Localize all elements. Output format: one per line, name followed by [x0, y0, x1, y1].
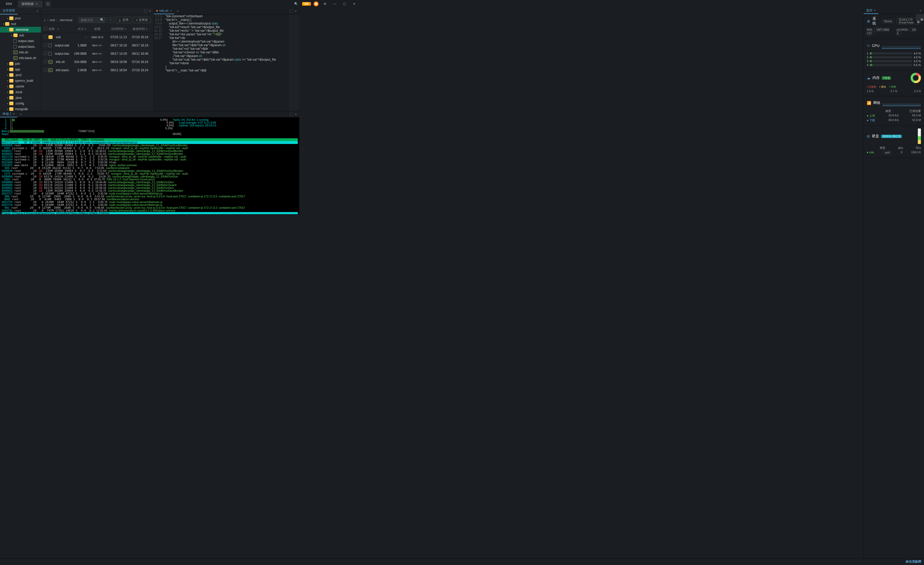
close-icon[interactable]: × — [295, 9, 297, 13]
editor-panel: info.sh × + ⛶ × 1 2 3 4 5 6 7 8 9 10 11 … — [154, 8, 299, 111]
table-row[interactable]: output.bas 199.0BiBrw-r--r-- 08/17 14:29… — [41, 50, 153, 58]
editor-minimap[interactable] — [289, 15, 299, 111]
file-listing-panel: ⛶ × ⌂/ root/ .xterminal 🔍 ♡ ⭳文件 +文件夹 名称⇅… — [41, 8, 154, 111]
favorite-button[interactable]: ♡ — [107, 17, 114, 23]
breadcrumb: ⌂/ root/ .xterminal 🔍 ♡ ⭳文件 +文件夹 — [41, 15, 153, 25]
tree-item[interactable]: ▸.java — [0, 95, 41, 101]
close-window-icon[interactable]: ✕ — [351, 0, 358, 8]
upload-icon: ⭳ — [118, 18, 122, 22]
breadcrumb-item[interactable]: root — [50, 18, 55, 22]
new-folder-button[interactable]: +文件夹 — [133, 17, 151, 23]
close-icon[interactable]: × — [170, 9, 172, 13]
tree-item[interactable]: output.stats — [0, 38, 41, 44]
select-all-checkbox[interactable] — [44, 27, 47, 30]
close-icon[interactable]: × — [13, 112, 15, 116]
tree-item[interactable]: ▸opencv_build — [0, 78, 41, 84]
row-checkbox[interactable] — [44, 44, 47, 47]
expand-icon[interactable]: ⛶ — [144, 9, 147, 13]
tree-item[interactable]: ▸mongodb — [0, 106, 41, 111]
gear-icon[interactable]: ⚙ — [321, 0, 328, 8]
upload-file-button[interactable]: ⭳文件 — [116, 17, 132, 23]
breadcrumb-item[interactable]: .xterminal — [59, 18, 72, 22]
tree-item[interactable]: ▸.pm2 — [0, 72, 41, 78]
row-checkbox[interactable] — [44, 68, 47, 71]
tree-item[interactable]: ▾root — [0, 21, 41, 27]
tree-item[interactable]: output.basic. — [0, 44, 41, 50]
tree-item[interactable]: info.basic.sh — [0, 55, 41, 61]
tree-item[interactable]: ▸.local — [0, 89, 41, 95]
modified-dot-icon — [156, 10, 158, 12]
file-tree-sidebar: 文件管理 + ▸proc▾root▾.xterminal▸suboutput.s… — [0, 8, 41, 111]
editor-code[interactable]: "tok-comment">#!/bin/bash "tok-fn">__mai… — [164, 15, 289, 111]
table-row[interactable]: info.basic. 2.0KiBrw-r--r-- 08/11 16:540… — [41, 66, 153, 74]
close-icon[interactable]: × — [295, 113, 297, 116]
ssh-label: SSH — [2, 1, 17, 7]
sidebar-tab-files[interactable]: 文件管理 — [0, 8, 18, 15]
row-checkbox[interactable] — [44, 35, 47, 38]
vip-badge[interactable]: VIP — [302, 2, 311, 6]
editor-add-tab[interactable]: + — [174, 9, 181, 13]
terminal-add-tab[interactable]: + — [17, 113, 24, 116]
expand-icon[interactable]: ⛶ — [290, 9, 293, 13]
tree-item[interactable]: ▸pan — [0, 61, 41, 66]
tree-item[interactable]: ▸.config — [0, 101, 41, 106]
close-icon[interactable]: × — [36, 2, 38, 6]
title-bar: SSH 深圳转发 × + 🔍 VIP ⚙ ― ▢ ✕ — [0, 0, 360, 8]
avatar[interactable] — [314, 1, 319, 6]
terminal-output[interactable]: 1 [|||||| 5.9%] Tasks: 64, 253 thr; 1 ru… — [0, 117, 299, 214]
row-checkbox[interactable] — [44, 60, 47, 63]
home-icon[interactable]: ⌂ — [44, 18, 46, 22]
table-row[interactable]: info.sh 334.0BiBrw-r--r-- 08/16 16:5607/… — [41, 58, 153, 66]
plus-icon: + — [136, 18, 138, 22]
expand-icon[interactable]: ⛶ — [290, 113, 293, 116]
terminal-panel: 终端 2 × + ⛶ × 1 [|||||| 5.9%] Tasks: 64, … — [0, 111, 299, 214]
sidebar-add-button[interactable]: + — [34, 9, 41, 13]
minimize-icon[interactable]: ― — [331, 0, 338, 8]
tree-item[interactable]: ▾.xterminal — [0, 27, 41, 33]
search-icon[interactable]: 🔍 — [292, 0, 300, 8]
table-row[interactable]: output.stat 1.0BiBrw-r--r-- 08/17 16:180… — [41, 41, 153, 50]
editor-tab[interactable]: info.sh × — [154, 8, 174, 14]
tree-item[interactable]: ▸app — [0, 66, 41, 72]
search-icon[interactable]: 🔍 — [100, 18, 104, 22]
file-table-header: 名称⇅ 大小⇅ 权限 访问时间⇅ 修改时间⇅ — [41, 25, 153, 33]
tree-item[interactable]: ▸sub — [0, 33, 41, 38]
terminal-tab[interactable]: 终端 2 × — [0, 111, 17, 117]
file-tree[interactable]: ▸proc▾root▾.xterminal▸suboutput.statsout… — [0, 15, 41, 111]
tree-item[interactable]: info.sh — [0, 50, 41, 55]
add-tab-button[interactable]: + — [45, 1, 51, 7]
tree-item[interactable]: ▸proc — [0, 15, 41, 21]
close-icon[interactable]: × — [149, 9, 151, 13]
session-tab[interactable]: 深圳转发 × — [18, 0, 42, 8]
row-checkbox[interactable] — [44, 52, 47, 55]
tree-item[interactable]: ▸.cache — [0, 84, 41, 89]
table-row[interactable]: sub -rwxr-xr-x 07/25 11:1307/18 16:24 — [41, 33, 153, 41]
editor-gutter: 1 2 3 4 5 6 7 8 9 10 11 12 13 14 15 16 1… — [154, 15, 164, 111]
maximize-icon[interactable]: ▢ — [341, 0, 348, 8]
